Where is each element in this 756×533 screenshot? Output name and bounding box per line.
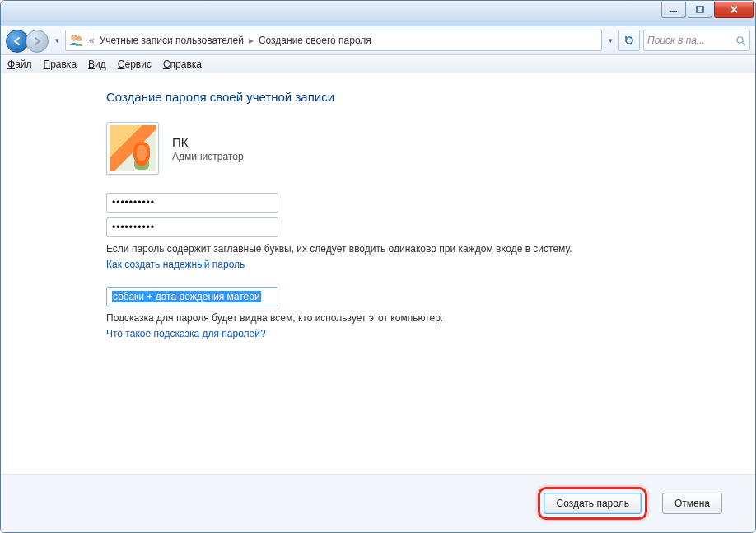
strong-password-link[interactable]: Как создать надежный пароль: [106, 259, 245, 270]
menu-help[interactable]: Справка: [163, 58, 202, 70]
history-dropdown[interactable]: ▾: [52, 32, 62, 49]
avatar: [106, 122, 159, 175]
svg-point-3: [77, 37, 82, 41]
breadcrumb-dropdown[interactable]: ▾: [605, 32, 615, 49]
avatar-image: [110, 125, 156, 171]
create-password-button[interactable]: Создать пароль: [544, 493, 641, 514]
footer-bar: Создать пароль Отмена: [1, 474, 755, 532]
breadcrumb[interactable]: « Учетные записи пользователей ▸ Создани…: [65, 30, 602, 51]
password-hint-value: собаки + дата рождения матери: [112, 291, 261, 302]
maximize-button[interactable]: [688, 2, 712, 18]
minimize-button[interactable]: [661, 2, 686, 18]
titlebar: [1, 1, 755, 26]
svg-line-5: [742, 42, 745, 45]
menu-edit[interactable]: Правка: [44, 58, 77, 70]
password-value: ••••••••••: [112, 197, 155, 208]
hint-visibility-notice: Подсказка для пароля будет видна всем, к…: [106, 311, 650, 325]
menu-file[interactable]: Файл: [7, 58, 32, 70]
window-frame: ▾ « Учетные записи пользователей ▸ Созда…: [0, 0, 756, 533]
user-info: ПК Администратор: [106, 122, 650, 175]
menu-bar: Файл Правка Вид Сервис Справка: [1, 55, 755, 74]
password-field[interactable]: ••••••••••: [106, 193, 278, 213]
chevron-left-icon: «: [87, 35, 96, 46]
create-password-highlight: Создать пароль: [538, 487, 646, 520]
what-is-hint-link[interactable]: Что такое подсказка для паролей?: [106, 328, 266, 339]
refresh-button[interactable]: [618, 30, 640, 51]
menu-view[interactable]: Вид: [88, 58, 106, 70]
page-title: Создание пароля своей учетной записи: [106, 90, 650, 104]
navigation-bar: ▾ « Учетные записи пользователей ▸ Созда…: [1, 26, 755, 55]
forward-button[interactable]: [26, 30, 49, 53]
svg-rect-1: [697, 7, 703, 12]
cancel-button[interactable]: Отмена: [662, 493, 722, 514]
user-role: Администратор: [172, 151, 244, 162]
password-hint-field[interactable]: собаки + дата рождения матери: [106, 287, 278, 306]
breadcrumb-item-accounts[interactable]: Учетные записи пользователей: [100, 35, 244, 46]
confirm-password-field[interactable]: ••••••••••: [106, 217, 278, 237]
chevron-right-icon: ▸: [247, 35, 255, 46]
svg-point-4: [737, 36, 743, 42]
close-button[interactable]: [714, 2, 754, 18]
search-icon: [735, 35, 746, 46]
search-input[interactable]: Поиск в па...: [643, 30, 750, 51]
svg-point-2: [72, 35, 77, 40]
breadcrumb-item-create-password[interactable]: Создание своего пароля: [259, 35, 371, 46]
confirm-password-value: ••••••••••: [112, 222, 155, 233]
user-accounts-icon: [69, 33, 84, 48]
menu-tools[interactable]: Сервис: [118, 58, 152, 70]
user-name: ПК: [172, 135, 244, 149]
search-placeholder: Поиск в па...: [647, 35, 705, 46]
nav-buttons: [6, 29, 49, 52]
caps-notice: Если пароль содержит заглавные буквы, их…: [106, 242, 650, 255]
content-area: Создание пароля своей учетной записи ПК …: [1, 73, 755, 532]
